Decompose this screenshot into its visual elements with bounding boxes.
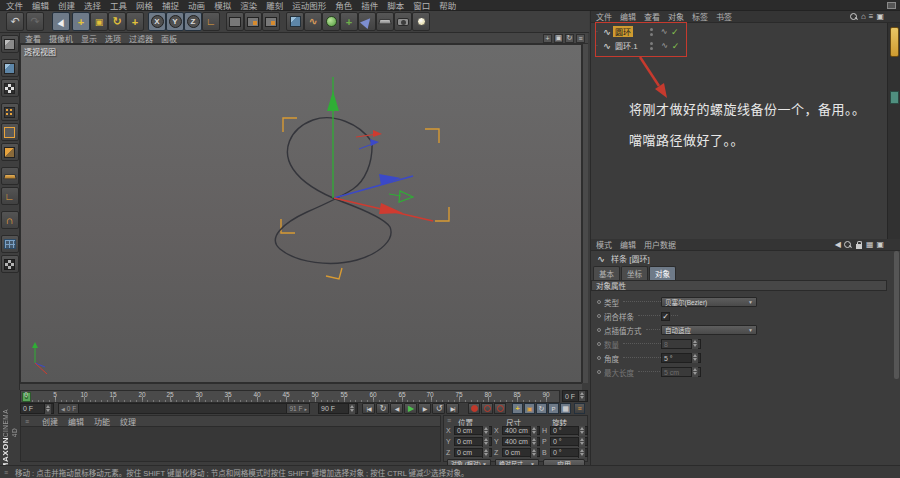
mat-menu-function[interactable]: 功能 [94, 416, 110, 427]
menu-render[interactable]: 渲染 [240, 0, 257, 11]
am-menu-mode[interactable]: 模式 [596, 239, 612, 250]
axis-gizmo[interactable] [327, 77, 433, 221]
viewport-label[interactable]: 透视视图 [24, 46, 56, 57]
vp-menu-cameras[interactable]: 摄像机 [49, 33, 73, 44]
angle-field[interactable]: 5 ° [661, 353, 701, 363]
tab-basic[interactable]: 基本 [593, 266, 620, 280]
menu-edit[interactable]: 编辑 [32, 0, 49, 11]
ruler-frame-field[interactable]: 0 F [562, 390, 588, 402]
menu-character[interactable]: 角色 [335, 0, 352, 11]
add-spline-button[interactable]: ∿ [304, 12, 322, 31]
menu-help[interactable]: 帮助 [439, 0, 456, 11]
viewport-canvas[interactable] [20, 44, 582, 383]
scale-tool-button[interactable]: ▣ [90, 12, 108, 31]
key-parameter-toggle[interactable]: P [548, 403, 559, 414]
grid-icon[interactable]: ▦ [866, 240, 874, 249]
lock-z-button[interactable]: Z [184, 12, 202, 31]
rot-b-field[interactable]: 0 ° [550, 448, 588, 457]
loop-mode-button[interactable]: ↻ [376, 403, 389, 414]
texture-mode-button[interactable] [1, 79, 19, 97]
x-axis-arrow[interactable] [379, 203, 403, 214]
model-mode-button[interactable] [1, 59, 19, 77]
range-end-handle[interactable]: 91 F▸ [286, 404, 309, 413]
current-frame-field[interactable]: 0 F [20, 403, 54, 414]
menu-tools[interactable]: 工具 [110, 0, 127, 11]
menu-plugins[interactable]: 插件 [361, 0, 378, 11]
attribute-scrollbar[interactable] [894, 251, 899, 379]
edges-mode-button[interactable] [1, 123, 19, 141]
range-end-field[interactable]: 90 F [318, 403, 358, 414]
panel-grip-icon[interactable]: ≡ [25, 418, 32, 425]
frame-stepper[interactable] [578, 391, 585, 401]
axis-mode-button[interactable]: ∟ [1, 187, 19, 205]
previous-frame-button[interactable]: ◀ [390, 403, 403, 414]
y-axis-arrow[interactable] [327, 91, 339, 111]
maximize-view-icon[interactable]: ≡ [576, 34, 585, 43]
rot-p-field[interactable]: 0 ° [550, 437, 588, 446]
mat-menu-edit[interactable]: 编辑 [68, 416, 84, 427]
panel-grip-icon[interactable]: ≡ [447, 417, 454, 424]
snap-button[interactable]: ∩ [1, 211, 19, 229]
undo-button[interactable]: ↶ [6, 12, 24, 31]
key-dot-icon[interactable] [597, 314, 601, 318]
add-primitive-button[interactable] [286, 12, 304, 31]
list-icon[interactable]: ≡ [869, 12, 874, 21]
menu-mesh[interactable]: 网格 [136, 0, 153, 11]
add-light-button[interactable] [412, 12, 430, 31]
goto-start-button[interactable]: |◀ [362, 403, 375, 414]
content-browser-tab[interactable] [890, 27, 899, 57]
tab-coordinates[interactable]: 坐标 [621, 266, 648, 280]
menu-select[interactable]: 选择 [84, 0, 101, 11]
workplane-mode-button[interactable] [1, 167, 19, 185]
om-menu-objects[interactable]: 对象 [668, 11, 684, 22]
om-menu-view[interactable]: 查看 [644, 11, 660, 22]
panel-box-icon[interactable]: ▣ [876, 240, 884, 249]
add-environment-button[interactable] [376, 12, 394, 31]
rot-h-field[interactable]: 0 ° [550, 426, 588, 435]
redo-button[interactable]: ↷ [26, 12, 44, 31]
preview-range-slider[interactable]: ◀0 F 91 F▸ [58, 403, 310, 414]
object-properties-section[interactable]: 对象属性 [591, 280, 887, 291]
goto-end-button[interactable]: ▶| [446, 403, 459, 414]
menu-create[interactable]: 创建 [58, 0, 75, 11]
viewport-bottom-scrollbar[interactable] [20, 383, 582, 390]
key-dot-icon[interactable] [597, 328, 601, 332]
size-y-field[interactable]: 400 cm [502, 437, 540, 446]
add-subdivision-button[interactable] [322, 12, 340, 31]
coordinate-system-button[interactable]: ∟ [202, 12, 220, 31]
am-menu-edit[interactable]: 编辑 [620, 239, 636, 250]
menu-window[interactable]: 窗口 [413, 0, 430, 11]
key-pla-toggle[interactable]: ▦ [560, 403, 571, 414]
lock-y-button[interactable]: Y [166, 12, 184, 31]
timeline-ruler[interactable]: 0 0 5 10 15 20 25 30 35 40 45 50 55 60 6… [20, 390, 560, 403]
vp-menu-view[interactable]: 查看 [25, 33, 41, 44]
lock-icon[interactable] [855, 241, 863, 249]
back-icon[interactable]: ◀ [835, 240, 841, 249]
home-icon[interactable]: ⌂ [861, 12, 866, 21]
rotate-tool-button[interactable]: ↻ [108, 12, 126, 31]
search-icon[interactable] [850, 13, 858, 21]
render-view-button[interactable] [226, 12, 244, 31]
size-x-field[interactable]: 400 cm [502, 426, 540, 435]
add-deformer-button[interactable] [358, 12, 376, 31]
structure-tab[interactable] [890, 91, 899, 104]
cycle-button[interactable]: ↺ [432, 403, 445, 414]
pos-x-field[interactable]: 0 cm [454, 426, 492, 435]
autokey-button[interactable] [481, 403, 493, 414]
range-end-stepper[interactable] [348, 404, 355, 414]
tangent-handles[interactable] [356, 130, 382, 149]
om-menu-edit[interactable]: 编辑 [620, 11, 636, 22]
menu-script[interactable]: 脚本 [387, 0, 404, 11]
live-selection-button[interactable]: ▶ [52, 12, 70, 31]
keyframe-selection-button[interactable] [494, 403, 506, 414]
size-z-field[interactable]: 0 cm [502, 448, 540, 457]
polygons-mode-button[interactable] [1, 143, 19, 161]
key-position-toggle[interactable]: + [512, 403, 523, 414]
mat-menu-create[interactable]: 创建 [42, 416, 58, 427]
om-menu-tags[interactable]: 标签 [692, 11, 708, 22]
key-dot-icon[interactable] [597, 356, 601, 360]
record-keyframe-button[interactable] [468, 403, 480, 414]
layout-icon[interactable] [887, 2, 896, 9]
key-scale-toggle[interactable]: ▣ [524, 403, 535, 414]
add-modifier-button[interactable]: + [340, 12, 358, 31]
